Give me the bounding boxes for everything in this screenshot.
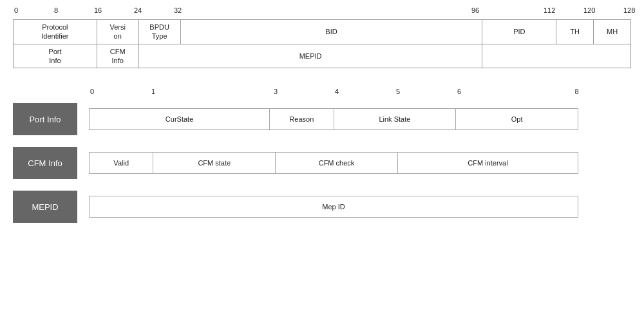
cell-protocol-id: ProtocolIdentifier: [14, 20, 97, 44]
table-row: PortInfo CFMInfo MEPID: [14, 44, 631, 68]
mep-id-field: Mep ID: [90, 196, 578, 217]
cell-mh: MH: [594, 20, 631, 44]
mepid-fields: Mep ID: [89, 196, 578, 218]
cell-port-info: PortInfo: [14, 44, 97, 68]
bit-ruler: 0 1 3 4 5 6 8: [13, 88, 631, 99]
table-row: ProtocolIdentifier Version BPDUType BID …: [14, 20, 631, 44]
ruler-mark-128: 128: [623, 6, 635, 14]
link-state-field: Link State: [334, 109, 457, 129]
bit-5: 5: [396, 88, 400, 95]
port-info-label: Port Info: [13, 103, 77, 135]
port-info-row: Port Info CurState Reason Link State Opt: [13, 103, 631, 135]
bottom-section: 0 1 3 4 5 6 8 Port Info CurState Reason …: [13, 88, 631, 223]
mepid-label: MEPID: [13, 191, 77, 223]
cfm-interval-field: CFM interval: [398, 153, 578, 173]
valid-field: Valid: [90, 153, 153, 173]
port-info-fields: CurState Reason Link State Opt: [89, 108, 578, 130]
ruler-mark-32: 32: [174, 6, 182, 14]
ruler-mark-112: 112: [544, 6, 555, 14]
cell-version: Version: [97, 20, 138, 44]
cell-cfm-info: CFMInfo: [97, 44, 138, 68]
cell-th: TH: [556, 20, 594, 44]
reason-field: Reason: [270, 109, 334, 129]
ruler-mark-24: 24: [134, 6, 142, 14]
protocol-table: ProtocolIdentifier Version BPDUType BID …: [13, 19, 631, 68]
bit-1: 1: [151, 88, 155, 95]
mepid-row: MEPID Mep ID: [13, 191, 631, 223]
cfm-state-field: CFM state: [153, 153, 276, 173]
cell-bid: BID: [180, 20, 482, 44]
ruler-mark-16: 16: [94, 6, 102, 14]
bit-0: 0: [90, 88, 94, 95]
cfm-check-field: CFM check: [276, 153, 398, 173]
bit-8: 8: [574, 88, 578, 95]
opt-field: Opt: [456, 109, 578, 129]
ruler-mark-0: 0: [14, 6, 18, 14]
ruler-mark-96: 96: [471, 6, 479, 14]
ruler-mark-8: 8: [54, 6, 58, 14]
bit-4: 4: [335, 88, 339, 95]
bit-3: 3: [274, 88, 278, 95]
cfm-info-row: CFM Info Valid CFM state CFM check CFM i…: [13, 147, 631, 179]
cell-bpdu-type: BPDUType: [138, 20, 180, 44]
bit-6: 6: [457, 88, 461, 95]
cfm-info-fields: Valid CFM state CFM check CFM interval: [89, 152, 578, 174]
cell-pid: PID: [482, 20, 556, 44]
cfm-info-label: CFM Info: [13, 147, 77, 179]
curstate-field: CurState: [90, 109, 270, 129]
cell-mepid: MEPID: [138, 44, 482, 68]
ruler-mark-120: 120: [583, 6, 595, 14]
